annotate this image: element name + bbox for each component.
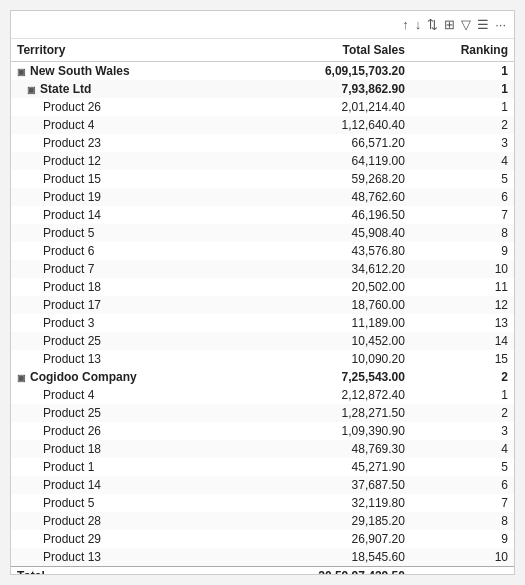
total-row: Total 20,59,97,429.50 [11,567,514,575]
total-label: Total [11,567,240,575]
sales-cell: 29,185.20 [240,512,411,530]
table-row: Product 26 1,09,390.90 3 [11,422,514,440]
sales-cell: 18,760.00 [240,296,411,314]
data-table: Territory Total Sales Ranking ▣New South… [11,39,514,574]
sort-desc-icon[interactable]: ↓ [415,17,422,32]
sales-cell: 32,119.80 [240,494,411,512]
product-label: Product 14 [11,206,240,224]
filter-icon[interactable]: ▽ [461,17,471,32]
ranking-cell: 1 [411,386,514,404]
table-row: Product 29 26,907.20 9 [11,530,514,548]
col-header-sales: Total Sales [240,39,411,62]
sales-cell: 10,090.20 [240,350,411,368]
table-row: Product 28 29,185.20 8 [11,512,514,530]
table-row: Product 1 45,271.90 5 [11,458,514,476]
ranking-cell: 12 [411,296,514,314]
settings-icon[interactable]: ☰ [477,17,489,32]
subgroup-label: ▣State Ltd [11,80,240,98]
expand-icon[interactable]: ▣ [17,67,26,77]
table-row: ▣New South Wales 6,09,15,703.20 1 [11,62,514,81]
ranking-cell: 2 [411,368,514,386]
sales-cell: 7,93,862.90 [240,80,411,98]
product-label: Product 17 [11,296,240,314]
product-label: Product 5 [11,494,240,512]
col-header-territory: Territory [11,39,240,62]
toolbar: ↑ ↓ ⇅ ⊞ ▽ ☰ ··· [11,11,514,39]
table-row: Product 17 18,760.00 12 [11,296,514,314]
table-row: Product 7 34,612.20 10 [11,260,514,278]
sales-cell: 20,502.00 [240,278,411,296]
sort-asc-icon[interactable]: ↑ [402,17,409,32]
group-label: ▣Cogidoo Company [11,368,240,386]
sales-cell: 45,908.40 [240,224,411,242]
ranking-cell: 6 [411,476,514,494]
product-label: Product 19 [11,188,240,206]
sales-cell: 46,196.50 [240,206,411,224]
group-label: ▣New South Wales [11,62,240,81]
table-row: Product 14 46,196.50 7 [11,206,514,224]
sales-cell: 2,01,214.40 [240,98,411,116]
product-label: Product 13 [11,350,240,368]
sales-cell: 37,687.50 [240,476,411,494]
ranking-cell: 5 [411,170,514,188]
table-row: Product 13 10,090.20 15 [11,350,514,368]
ranking-cell: 2 [411,116,514,134]
ranking-cell: 15 [411,350,514,368]
table-row: Product 25 10,452.00 14 [11,332,514,350]
table-wrapper[interactable]: Territory Total Sales Ranking ▣New South… [11,39,514,574]
product-label: Product 26 [11,98,240,116]
sales-cell: 64,119.00 [240,152,411,170]
product-label: Product 5 [11,224,240,242]
total-sales: 20,59,97,429.50 [240,567,411,575]
sales-cell: 66,571.20 [240,134,411,152]
ranking-cell: 9 [411,530,514,548]
sort-multi-icon[interactable]: ⇅ [427,17,438,32]
product-label: Product 15 [11,170,240,188]
table-row: Product 3 11,189.00 13 [11,314,514,332]
ranking-cell: 14 [411,332,514,350]
table-row: ▣State Ltd 7,93,862.90 1 [11,80,514,98]
table-row: Product 14 37,687.50 6 [11,476,514,494]
table-row: Product 23 66,571.20 3 [11,134,514,152]
total-ranking [411,567,514,575]
col-header-ranking: Ranking [411,39,514,62]
sales-cell: 11,189.00 [240,314,411,332]
sales-cell: 43,576.80 [240,242,411,260]
sales-cell: 1,09,390.90 [240,422,411,440]
table-row: Product 5 32,119.80 7 [11,494,514,512]
product-label: Product 25 [11,404,240,422]
product-label: Product 1 [11,458,240,476]
group-icon[interactable]: ⊞ [444,17,455,32]
expand-icon[interactable]: ▣ [27,85,36,95]
expand-icon[interactable]: ▣ [17,373,26,383]
sales-cell: 34,612.20 [240,260,411,278]
sales-cell: 10,452.00 [240,332,411,350]
table-row: Product 18 48,769.30 4 [11,440,514,458]
ranking-cell: 11 [411,278,514,296]
sales-cell: 59,268.20 [240,170,411,188]
ranking-cell: 10 [411,548,514,567]
sales-cell: 1,12,640.40 [240,116,411,134]
ranking-cell: 8 [411,512,514,530]
sales-cell: 26,907.20 [240,530,411,548]
sales-cell: 2,12,872.40 [240,386,411,404]
table-row: Product 15 59,268.20 5 [11,170,514,188]
product-label: Product 23 [11,134,240,152]
more-icon[interactable]: ··· [495,17,506,32]
product-label: Product 6 [11,242,240,260]
ranking-cell: 10 [411,260,514,278]
ranking-cell: 2 [411,404,514,422]
product-label: Product 28 [11,512,240,530]
ranking-cell: 4 [411,152,514,170]
table-row: Product 18 20,502.00 11 [11,278,514,296]
product-label: Product 29 [11,530,240,548]
ranking-cell: 9 [411,242,514,260]
table-row: Product 6 43,576.80 9 [11,242,514,260]
product-label: Product 13 [11,548,240,567]
table-row: Product 12 64,119.00 4 [11,152,514,170]
product-label: Product 12 [11,152,240,170]
ranking-cell: 1 [411,62,514,81]
ranking-cell: 8 [411,224,514,242]
sales-cell: 18,545.60 [240,548,411,567]
sales-cell: 48,769.30 [240,440,411,458]
